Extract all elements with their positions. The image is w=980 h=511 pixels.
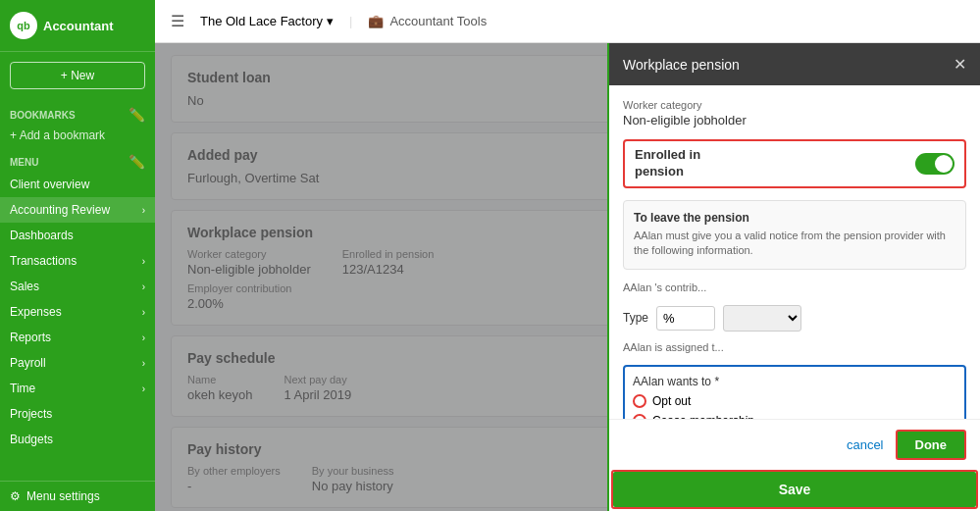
- topbar: ☰ The Old Lace Factory ▾ | 💼 Accountant …: [155, 0, 980, 43]
- cancel-button[interactable]: cancel: [847, 437, 884, 452]
- chevron-right-icon: ›: [142, 332, 145, 343]
- bookmarks-edit-icon[interactable]: ✏️: [129, 107, 145, 123]
- menu-edit-icon[interactable]: ✏️: [129, 154, 145, 170]
- sidebar-item-reports[interactable]: Reports ›: [0, 325, 155, 350]
- separator: |: [349, 14, 352, 28]
- briefcase-icon: 💼: [368, 14, 384, 28]
- worker-category-field: Worker category Non-eligible jobholder: [623, 99, 966, 128]
- sidebar-item-client-overview[interactable]: Client overview: [0, 172, 155, 197]
- type-percent-input[interactable]: [656, 306, 715, 331]
- sidebar-item-expenses[interactable]: Expenses ›: [0, 299, 155, 325]
- save-bar: Save: [611, 470, 978, 509]
- save-button[interactable]: Save: [613, 472, 976, 507]
- chevron-right-icon: ›: [142, 281, 145, 292]
- sidebar-item-dashboards[interactable]: Dashboards: [0, 223, 155, 248]
- close-icon[interactable]: ✕: [954, 55, 966, 74]
- qb-text: qb: [17, 20, 29, 31]
- opt-out-label: Opt out: [652, 394, 691, 408]
- main-area: ☰ The Old Lace Factory ▾ | 💼 Accountant …: [155, 0, 980, 511]
- new-button[interactable]: + New: [10, 62, 145, 89]
- opt-out-radio[interactable]: Opt out: [633, 394, 956, 408]
- enrolled-toggle[interactable]: [915, 153, 954, 175]
- sidebar-logo: qb Accountant: [0, 0, 155, 52]
- enrolled-in-pension-row: Enrolled inpension: [623, 139, 966, 188]
- done-button[interactable]: Done: [896, 430, 967, 460]
- pension-info-box: To leave the pension AAlan must give you…: [623, 200, 966, 270]
- aalan-wants-radio-group: AAlan wants to * Opt out Cease membershi…: [623, 365, 966, 419]
- opt-out-radio-circle: [633, 394, 646, 408]
- sidebar-item-budgets[interactable]: Budgets: [0, 427, 155, 452]
- chevron-right-icon: ›: [142, 205, 145, 216]
- sidebar-item-payroll[interactable]: Payroll ›: [0, 350, 155, 376]
- company-selector[interactable]: The Old Lace Factory ▾: [200, 14, 334, 28]
- type-row: Type: [623, 305, 966, 332]
- hamburger-icon[interactable]: ☰: [171, 12, 184, 30]
- chevron-down-icon: ▾: [327, 14, 334, 28]
- workplace-pension-modal: Workplace pension ✕ Worker category Non-…: [607, 43, 980, 511]
- gear-icon: ⚙: [10, 489, 21, 503]
- type-label: Type: [623, 311, 648, 325]
- chevron-right-icon: ›: [142, 358, 145, 369]
- sidebar: qb Accountant + New BOOKMARKS ✏️ + Add a…: [0, 0, 155, 511]
- add-bookmark[interactable]: + Add a bookmark: [0, 125, 155, 146]
- sidebar-item-transactions[interactable]: Transactions ›: [0, 248, 155, 274]
- menu-settings[interactable]: ⚙ Menu settings: [0, 481, 155, 511]
- menu-section: MENU ✏️: [0, 146, 155, 172]
- sidebar-item-projects[interactable]: Projects: [0, 401, 155, 427]
- type-select[interactable]: [723, 305, 801, 332]
- modal-header: Workplace pension ✕: [609, 43, 980, 85]
- chevron-right-icon: ›: [142, 256, 145, 267]
- enrolled-label: Enrolled inpension: [635, 147, 700, 180]
- accountant-tools[interactable]: 💼 Accountant Tools: [368, 14, 487, 28]
- app-title: Accountant: [43, 19, 114, 33]
- sidebar-item-sales[interactable]: Sales ›: [0, 274, 155, 299]
- modal-title: Workplace pension: [623, 57, 740, 73]
- modal-body: Worker category Non-eligible jobholder E…: [609, 85, 980, 419]
- sidebar-item-accounting-review[interactable]: Accounting Review ›: [0, 197, 155, 223]
- aalan-wants-label: AAlan wants to *: [633, 375, 956, 388]
- sidebar-item-time[interactable]: Time ›: [0, 376, 155, 401]
- chevron-right-icon: ›: [142, 307, 145, 318]
- bookmarks-section: BOOKMARKS ✏️: [0, 99, 155, 125]
- qb-logo-icon: qb: [10, 12, 37, 39]
- contribution-field: AAlan 's contrib...: [623, 281, 966, 293]
- modal-actions: cancel Done: [609, 419, 980, 470]
- modal-overlay: Workplace pension ✕ Worker category Non-…: [155, 43, 980, 511]
- aalan-assigned-field: AAlan is assigned t...: [623, 341, 966, 353]
- chevron-right-icon: ›: [142, 383, 145, 394]
